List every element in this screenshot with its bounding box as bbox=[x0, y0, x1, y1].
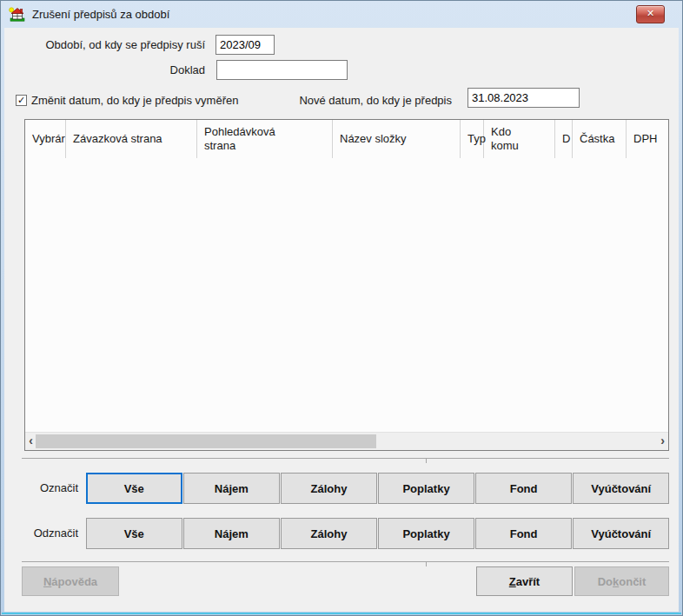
dialog-window: Zrušení předpisů za období ✕ Období, od … bbox=[0, 0, 683, 616]
column-header-0[interactable]: Vybrár bbox=[25, 120, 66, 158]
column-header-6[interactable]: D bbox=[555, 120, 573, 158]
unmark-buttons-row: VšeNájemZálohyPoplatkyFondVyúčtování bbox=[86, 518, 669, 549]
unmark-button-najem[interactable]: Nájem bbox=[183, 518, 280, 549]
unmark-label: Odznačit bbox=[4, 518, 78, 549]
divider-above-actions bbox=[22, 458, 669, 459]
close-button[interactable]: Zavřít bbox=[476, 566, 573, 596]
mark-buttons-row: VšeNájemZálohyPoplatkyFondVyúčtování bbox=[86, 473, 669, 504]
divider-above-footer bbox=[22, 561, 669, 562]
divider-tick-2 bbox=[426, 561, 427, 566]
unmark-button-vyuctovani[interactable]: Vyúčtování bbox=[573, 518, 669, 549]
document-label: Doklad bbox=[4, 60, 205, 80]
column-header-1[interactable]: Závazková strana bbox=[66, 120, 197, 158]
table-body-empty[interactable] bbox=[25, 158, 668, 433]
table-horizontal-scrollbar[interactable]: ‹ › bbox=[25, 432, 668, 450]
mark-button-vse[interactable]: Vše bbox=[86, 473, 182, 504]
column-header-3[interactable]: Název složky bbox=[333, 120, 461, 158]
unmark-button-poplatky[interactable]: Poplatky bbox=[378, 518, 474, 549]
scrollbar-thumb[interactable] bbox=[36, 434, 376, 448]
document-input[interactable] bbox=[216, 60, 348, 80]
prescriptions-table: VybrárZávazková stranaPohledávková stran… bbox=[24, 119, 669, 451]
help-button[interactable]: Nápověda bbox=[22, 566, 119, 596]
unmark-button-vse[interactable]: Vše bbox=[86, 518, 182, 549]
close-icon[interactable]: ✕ bbox=[636, 5, 665, 23]
mark-row: Označit VšeNájemZálohyPoplatkyFondVyúčto… bbox=[4, 473, 669, 504]
column-header-7[interactable]: Částka bbox=[573, 120, 627, 158]
period-label: Období, od kdy se předpisy ruší bbox=[4, 35, 205, 55]
mark-label: Označit bbox=[4, 473, 78, 504]
new-date-input[interactable] bbox=[467, 88, 580, 108]
unmark-button-zalohy[interactable]: Zálohy bbox=[281, 518, 377, 549]
change-date-label[interactable]: Změnit datum, do kdy je předpis vyměřen bbox=[31, 90, 238, 110]
finish-button[interactable]: Dokončit bbox=[574, 566, 669, 596]
unmark-button-fond[interactable]: Fond bbox=[475, 518, 572, 549]
divider-tick bbox=[426, 458, 427, 463]
window-title: Zrušení předpisů za období bbox=[32, 8, 169, 21]
column-header-2[interactable]: Pohledávková strana bbox=[197, 120, 333, 158]
mark-button-poplatky[interactable]: Poplatky bbox=[378, 473, 474, 504]
table-header-row: VybrárZávazková stranaPohledávková stran… bbox=[25, 120, 668, 159]
mark-button-zalohy[interactable]: Zálohy bbox=[281, 473, 377, 504]
unmark-row: Odznačit VšeNájemZálohyPoplatkyFondVyúčt… bbox=[4, 518, 669, 549]
scroll-right-icon[interactable]: › bbox=[657, 433, 668, 450]
check-icon: ✓ bbox=[17, 95, 25, 105]
app-house-icon bbox=[9, 7, 26, 22]
column-header-5[interactable]: Kdo komu bbox=[484, 120, 555, 158]
column-header-8[interactable]: DPH bbox=[627, 120, 668, 158]
period-input[interactable] bbox=[216, 35, 275, 55]
dialog-client-area: Období, od kdy se předpisy ruší Doklad ✓… bbox=[4, 28, 679, 612]
mark-button-vyuctovani[interactable]: Vyúčtování bbox=[573, 473, 669, 504]
new-date-label: Nové datum, do kdy je předpis bbox=[289, 90, 452, 110]
mark-button-najem[interactable]: Nájem bbox=[183, 473, 280, 504]
change-date-checkbox[interactable]: ✓ bbox=[16, 95, 27, 106]
titlebar[interactable]: Zrušení předpisů za období ✕ bbox=[4, 1, 679, 28]
column-header-4[interactable]: Typ bbox=[461, 120, 484, 158]
mark-button-fond[interactable]: Fond bbox=[475, 473, 572, 504]
